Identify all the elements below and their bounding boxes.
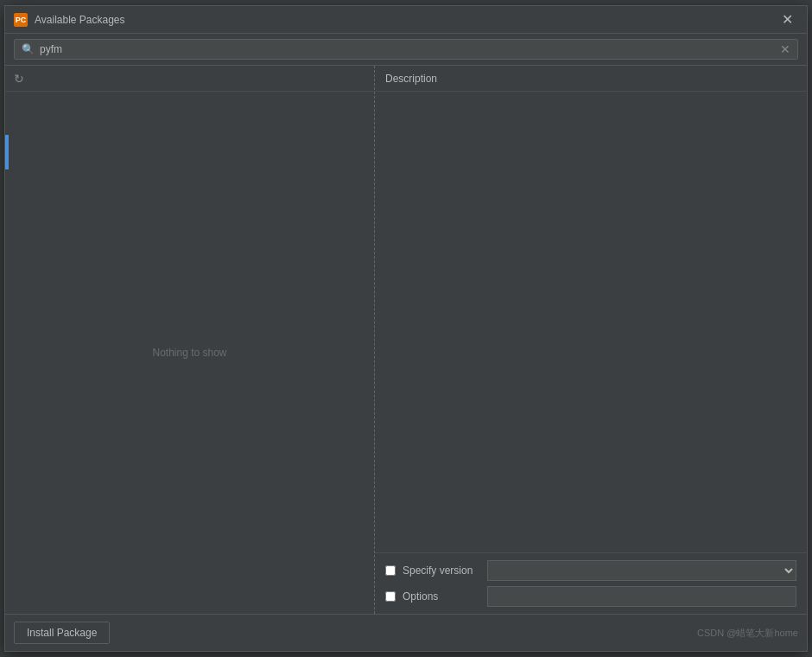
dialog-title: Available Packages — [35, 14, 125, 26]
main-content: ↻ Nothing to show Description Specify ve… — [5, 65, 807, 614]
app-icon: PC — [14, 13, 28, 27]
search-wrapper: 🔍 ✕ — [14, 39, 798, 60]
available-packages-dialog: PC Available Packages ✕ 🔍 ✕ ↻ Nothing to… — [4, 5, 808, 652]
refresh-button[interactable]: ↻ — [12, 70, 26, 87]
specify-version-checkbox[interactable] — [385, 565, 396, 576]
search-bar: 🔍 ✕ — [5, 34, 807, 65]
options-label: Options — [403, 590, 480, 603]
selection-stripe — [5, 135, 9, 169]
watermark: CSDN @蜡笔大新home — [697, 627, 798, 640]
specify-version-row: Specify version — [385, 560, 796, 581]
description-header: Description — [375, 66, 807, 92]
description-content — [375, 92, 807, 552]
options-section: Specify version Options — [375, 552, 807, 614]
packages-list: Nothing to show — [5, 92, 374, 614]
bottom-bar: Install Package CSDN @蜡笔大新home — [5, 614, 807, 651]
description-label: Description — [385, 73, 437, 85]
options-row: Options — [385, 586, 796, 607]
right-panel: Description Specify version Options — [375, 66, 807, 614]
title-bar-left: PC Available Packages — [14, 13, 125, 27]
close-button[interactable]: ✕ — [777, 11, 798, 29]
search-icon: 🔍 — [22, 43, 35, 55]
title-bar: PC Available Packages ✕ — [5, 6, 807, 34]
install-package-button[interactable]: Install Package — [14, 622, 110, 644]
specify-version-label: Specify version — [403, 565, 480, 577]
options-checkbox[interactable] — [385, 591, 396, 602]
nothing-to-show-label: Nothing to show — [152, 347, 226, 359]
options-input[interactable] — [487, 586, 796, 607]
version-select[interactable] — [487, 560, 796, 581]
search-input[interactable] — [40, 43, 775, 55]
left-toolbar: ↻ — [5, 66, 374, 92]
search-clear-button[interactable]: ✕ — [780, 43, 790, 55]
left-panel: ↻ Nothing to show — [5, 66, 375, 614]
